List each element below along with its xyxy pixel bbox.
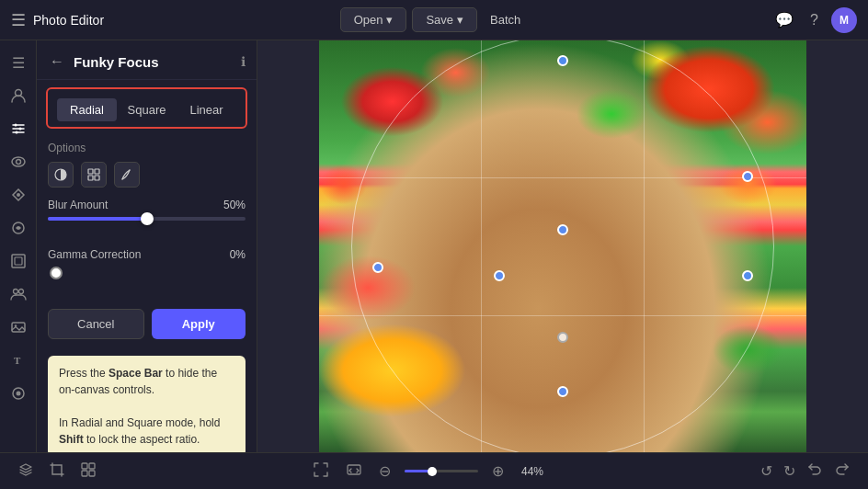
help-icon[interactable]: ? — [806, 8, 822, 32]
ctrl-point-center-top[interactable] — [557, 224, 568, 235]
tooltip-line2: In Radial and Square mode, hold Shift to… — [59, 416, 220, 446]
sidebar-item-retouch[interactable] — [4, 180, 33, 210]
bottom-center: ⊖ ⊕ 44% — [310, 459, 547, 484]
svg-point-4 — [14, 124, 17, 127]
layers-icon[interactable] — [15, 459, 37, 484]
fit-screen-icon[interactable] — [343, 459, 365, 484]
options-label: Options — [37, 136, 257, 158]
sidebar-item-frames[interactable] — [4, 246, 33, 276]
sidebar-item-text[interactable]: T — [4, 346, 33, 375]
open-button[interactable]: Open ▾ — [340, 7, 407, 32]
svg-point-6 — [15, 131, 17, 134]
tab-linear[interactable]: Linear — [177, 98, 236, 121]
menu-icon[interactable]: ☰ — [11, 10, 26, 30]
sidebar-item-mask[interactable] — [4, 379, 33, 408]
sidebar-item-people[interactable] — [4, 279, 33, 309]
batch-button[interactable]: Batch — [483, 8, 528, 31]
zoom-in-icon[interactable]: ⊕ — [489, 460, 507, 483]
undo-icon[interactable] — [804, 459, 826, 484]
svg-text:T: T — [14, 355, 21, 366]
svg-point-14 — [18, 290, 23, 294]
blur-amount-section: Blur Amount 50% — [37, 191, 257, 241]
bottom-right: ↺ ↻ — [758, 459, 853, 484]
info-button[interactable]: ℹ — [241, 54, 246, 69]
tooltip-box: Press the Space Bar to hide the on-canva… — [48, 356, 246, 452]
blur-amount-slider[interactable] — [48, 217, 246, 221]
svg-rect-26 — [89, 463, 95, 469]
open-chevron-icon: ▾ — [386, 13, 393, 27]
gamma-value: 0% — [230, 248, 246, 261]
ctrl-point-mid-left[interactable] — [494, 270, 505, 281]
zoom-level: 44% — [518, 465, 547, 478]
gamma-correction-section: Gamma Correction 0% — [37, 241, 257, 300]
icon-sidebar: ☰ — [0, 40, 37, 452]
sidebar-item-profile[interactable] — [4, 81, 33, 110]
rotate-cw-icon[interactable]: ↻ — [781, 460, 798, 483]
panel-header: ← Funky Focus ℹ — [37, 40, 257, 80]
grid-view-icon[interactable] — [77, 459, 99, 484]
sidebar-item-adjustments[interactable] — [4, 114, 33, 143]
save-chevron-icon: ▾ — [457, 13, 463, 27]
blur-amount-label: Blur Amount — [48, 199, 108, 211]
svg-point-7 — [12, 157, 25, 166]
bottom-left — [15, 459, 99, 484]
svg-point-5 — [18, 128, 21, 131]
main: ☰ — [0, 40, 868, 452]
ctrl-point-bottom[interactable] — [557, 386, 568, 397]
sidebar-item-gallery[interactable] — [4, 313, 33, 342]
svg-rect-11 — [12, 255, 25, 267]
photo-image — [319, 40, 806, 452]
photo-container — [319, 40, 806, 452]
effects-panel: ← Funky Focus ℹ Radial Square Linear Opt… — [37, 40, 257, 452]
canvas-area — [257, 40, 868, 452]
svg-point-9 — [17, 193, 20, 197]
avatar[interactable]: M — [831, 7, 857, 33]
ctrl-point-right[interactable] — [742, 171, 753, 182]
feather-option-button[interactable] — [114, 162, 140, 188]
gamma-slider-thumb[interactable] — [50, 267, 63, 279]
redo-icon[interactable] — [831, 459, 853, 484]
svg-rect-25 — [82, 463, 87, 469]
rotate-ccw-icon[interactable]: ↺ — [758, 460, 775, 483]
save-button[interactable]: Save ▾ — [412, 7, 477, 32]
svg-rect-28 — [89, 471, 95, 476]
topbar-center: Open ▾ Save ▾ Batch — [223, 7, 645, 32]
svg-point-13 — [13, 290, 17, 294]
svg-rect-12 — [15, 257, 22, 265]
svg-rect-27 — [82, 471, 87, 476]
tooltip-line1: Press the Space Bar to hide the on-canva… — [59, 367, 217, 396]
apply-button[interactable]: Apply — [152, 309, 246, 339]
bottom-bar: ⊖ ⊕ 44% ↺ ↻ — [0, 452, 868, 489]
expand-icon[interactable] — [310, 459, 332, 484]
sidebar-item-view[interactable] — [4, 147, 33, 176]
zoom-slider[interactable] — [405, 470, 478, 472]
back-button[interactable]: ← — [48, 51, 66, 72]
topbar-left: ☰ Photo Editor — [11, 10, 223, 30]
ctrl-point-center[interactable] — [557, 332, 568, 343]
space-bar-key: Space Bar — [108, 367, 163, 380]
sidebar-item-menu[interactable]: ☰ — [4, 48, 33, 77]
grid-option-button[interactable] — [81, 162, 107, 188]
chat-icon[interactable]: 💬 — [771, 7, 797, 32]
zoom-out-icon[interactable]: ⊖ — [376, 460, 394, 483]
tab-square[interactable]: Square — [117, 98, 177, 121]
crop-icon[interactable] — [46, 459, 68, 484]
ctrl-point-left[interactable] — [372, 262, 383, 273]
topbar: ☰ Photo Editor Open ▾ Save ▾ Batch 💬 ? M — [0, 0, 868, 40]
svg-rect-22 — [95, 169, 99, 174]
svg-rect-23 — [88, 176, 93, 180]
sidebar-item-effects[interactable] — [4, 213, 33, 243]
svg-point-8 — [16, 160, 20, 165]
svg-rect-21 — [88, 169, 93, 174]
blur-amount-value: 50% — [223, 199, 246, 211]
ctrl-point-top[interactable] — [557, 55, 568, 66]
ctrl-point-mid-right[interactable] — [742, 270, 753, 281]
shift-key: Shift — [59, 433, 84, 446]
gamma-label: Gamma Correction — [48, 248, 141, 261]
cancel-button[interactable]: Cancel — [48, 309, 144, 339]
options-row — [37, 158, 257, 191]
contrast-option-button[interactable] — [48, 162, 74, 188]
topbar-right: 💬 ? M — [645, 7, 857, 33]
svg-rect-24 — [95, 176, 99, 180]
tab-radial[interactable]: Radial — [57, 98, 117, 121]
